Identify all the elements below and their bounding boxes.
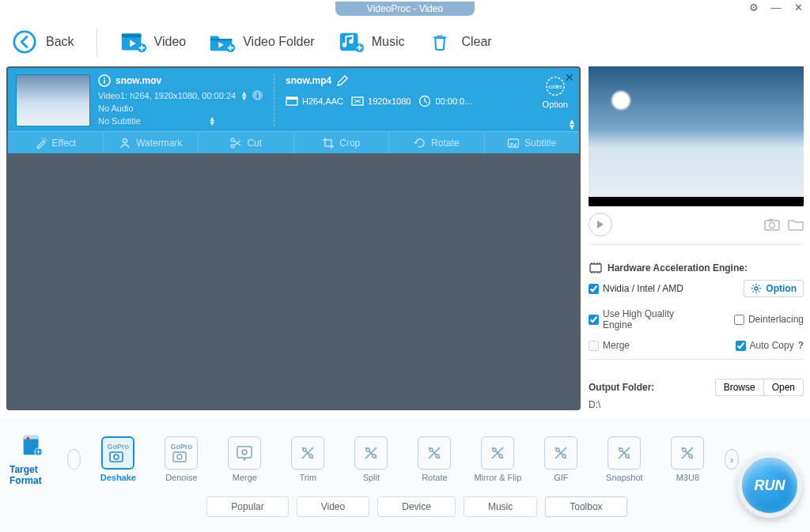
svg-point-45 bbox=[556, 448, 559, 451]
separator bbox=[97, 28, 97, 56]
preset-mirror-flip[interactable]: Mirror & Flip bbox=[471, 436, 524, 482]
music-label: Music bbox=[372, 35, 405, 49]
svg-point-24 bbox=[755, 287, 758, 290]
person-icon bbox=[119, 137, 131, 149]
category-tab-popular[interactable]: Popular bbox=[206, 496, 288, 517]
preset-snapshot[interactable]: Snapshot bbox=[598, 436, 650, 482]
output-folder-label: Output Folder: bbox=[589, 382, 654, 393]
high-quality-checkbox[interactable]: Use High Quality Engine bbox=[589, 308, 696, 330]
preset-tile-icon bbox=[671, 436, 704, 470]
svg-rect-26 bbox=[24, 436, 39, 440]
reorder-handle-icon[interactable]: ▲▼ bbox=[568, 119, 576, 130]
category-tab-device[interactable]: Device bbox=[377, 496, 456, 517]
svg-rect-23 bbox=[590, 264, 601, 272]
auto-copy-checkbox[interactable]: Auto Copy ? bbox=[696, 340, 804, 351]
preset-tile-icon bbox=[418, 436, 451, 470]
browse-button[interactable]: Browse bbox=[715, 379, 763, 396]
svg-point-36 bbox=[244, 458, 246, 461]
scroll-right-button[interactable]: › bbox=[725, 449, 739, 470]
svg-point-49 bbox=[683, 448, 686, 451]
help-icon[interactable]: ? bbox=[798, 340, 804, 351]
category-tab-music[interactable]: Music bbox=[464, 496, 537, 517]
minimize-icon[interactable]: — bbox=[769, 2, 783, 13]
vendor-checkbox[interactable]: Nvidia / Intel / AMD bbox=[589, 283, 683, 294]
crop-button[interactable]: Crop bbox=[294, 132, 390, 153]
preset-label: Snapshot bbox=[606, 473, 642, 482]
settings-icon[interactable]: ⚙ bbox=[747, 2, 761, 13]
folder-icon bbox=[208, 28, 235, 55]
target-duration: 00:00:0… bbox=[435, 96, 473, 106]
close-icon[interactable]: ✕ bbox=[791, 2, 805, 13]
watermark-button[interactable]: Watermark bbox=[104, 132, 199, 153]
effect-button[interactable]: Effect bbox=[8, 132, 104, 153]
svg-point-18 bbox=[231, 138, 234, 141]
category-tab-toolbox[interactable]: Toolbox bbox=[545, 496, 626, 517]
gear-icon bbox=[751, 283, 762, 294]
preset-rotate[interactable]: Rotate bbox=[408, 436, 460, 482]
main-toolbar: Back Video Video Folder Music Clear bbox=[0, 17, 810, 66]
preset-trim[interactable]: Trim bbox=[282, 436, 334, 482]
back-arrow-icon bbox=[11, 28, 38, 55]
codec-option-button[interactable]: codec Option bbox=[543, 74, 568, 109]
preset-merge[interactable]: Merge bbox=[218, 436, 271, 482]
svg-point-39 bbox=[366, 448, 369, 451]
preset-denoise[interactable]: GoProDenoise bbox=[155, 436, 207, 482]
clear-button[interactable]: Clear bbox=[426, 28, 491, 55]
track-stepper-icon[interactable]: ▲▼ bbox=[240, 91, 248, 100]
svg-rect-2 bbox=[121, 34, 141, 38]
subtitle-stepper-icon[interactable]: ▲▼ bbox=[209, 116, 216, 126]
preset-label: Mirror & Flip bbox=[474, 473, 521, 482]
track-info-badge-icon[interactable]: i bbox=[252, 90, 263, 100]
open-button[interactable]: Open bbox=[763, 379, 804, 396]
svg-rect-22 bbox=[769, 219, 773, 221]
rotate-icon bbox=[414, 137, 426, 149]
preset-m-u-[interactable]: M3U8 bbox=[661, 436, 713, 482]
open-folder-icon[interactable] bbox=[788, 218, 804, 231]
add-video-folder-button[interactable]: Video Folder bbox=[208, 28, 314, 55]
video-item[interactable]: ✕ snow.mov Video1: h264, 1920x1080, 00:0… bbox=[8, 68, 579, 153]
edit-pencil-icon[interactable] bbox=[336, 74, 349, 87]
preset-split[interactable]: Split bbox=[345, 436, 397, 482]
hw-accel-title: Hardware Acceleration Engine: bbox=[608, 262, 748, 274]
video-label: Video bbox=[154, 35, 187, 49]
subtitle-icon bbox=[507, 137, 520, 149]
cut-button[interactable]: Cut bbox=[199, 132, 294, 153]
deinterlacing-checkbox[interactable]: Deinterlacing bbox=[696, 308, 804, 330]
scissors-icon bbox=[229, 137, 242, 149]
run-button[interactable]: RUN bbox=[737, 453, 802, 518]
clock-icon bbox=[418, 95, 431, 108]
target-codec: H264,AAC bbox=[302, 96, 343, 106]
preset-tile-icon bbox=[608, 436, 641, 470]
svg-point-31 bbox=[114, 455, 119, 459]
preset-tile-icon bbox=[354, 436, 388, 470]
svg-point-27 bbox=[27, 437, 30, 440]
preset-tile-icon bbox=[228, 436, 261, 470]
target-filename: snow.mp4 bbox=[286, 75, 331, 86]
add-music-button[interactable]: Music bbox=[337, 28, 405, 55]
hw-option-button[interactable]: Option bbox=[744, 280, 804, 297]
category-tab-video[interactable]: Video bbox=[297, 496, 369, 517]
back-button[interactable]: Back bbox=[11, 28, 74, 55]
preset-deshake[interactable]: GoProDeshake bbox=[92, 436, 144, 482]
preset-gif[interactable]: GIF bbox=[535, 436, 587, 482]
svg-point-29 bbox=[37, 451, 40, 453]
window-title: VideoProc - Video bbox=[335, 2, 475, 16]
preset-label: Rotate bbox=[422, 473, 447, 482]
info-icon bbox=[98, 74, 111, 87]
source-audio-track: No Audio bbox=[98, 104, 134, 113]
svg-rect-9 bbox=[104, 80, 105, 84]
source-filename: snow.mov bbox=[115, 75, 161, 86]
svg-rect-34 bbox=[237, 447, 252, 458]
svg-point-8 bbox=[104, 77, 105, 79]
preset-label: GIF bbox=[554, 473, 568, 482]
svg-point-16 bbox=[123, 138, 127, 142]
rotate-button[interactable]: Rotate bbox=[389, 132, 485, 153]
target-format-icon bbox=[19, 432, 46, 459]
play-button[interactable] bbox=[589, 213, 612, 236]
add-video-button[interactable]: Video bbox=[119, 28, 187, 55]
svg-point-17 bbox=[231, 145, 234, 148]
subtitle-button[interactable]: Subtitle bbox=[485, 132, 580, 153]
target-format-button[interactable]: Target Format bbox=[9, 432, 56, 486]
snapshot-icon[interactable] bbox=[764, 218, 780, 231]
preset-tile-icon: GoPro bbox=[101, 436, 134, 470]
